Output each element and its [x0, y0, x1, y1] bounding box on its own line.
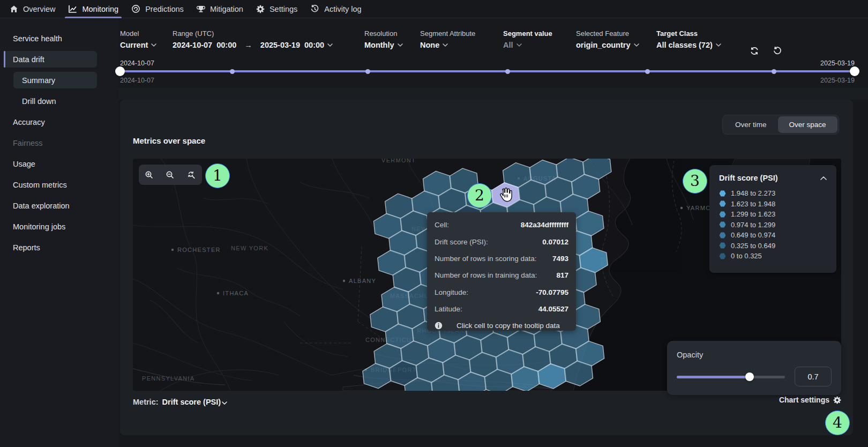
tooltip-row: Longitude:-70.07795 — [435, 284, 568, 301]
opacity-slider[interactable] — [677, 372, 785, 381]
sidebar-item-accuracy[interactable]: Accuracy — [0, 114, 119, 130]
sidebar-item-fairness[interactable]: Fairness — [0, 135, 119, 151]
filter-label: Segment Attribute — [420, 29, 475, 38]
legend-title: Drift score (PSI) — [719, 174, 778, 182]
timeline-range-end: 2025-03-19 — [820, 59, 855, 67]
filter-target-class: Target Class All classes (72) — [656, 29, 721, 49]
tab-over-space[interactable]: Over space — [778, 116, 837, 133]
nav-item-predictions[interactable]: Predictions — [125, 0, 190, 18]
zoom-in-button[interactable] — [141, 167, 158, 183]
legend-item: 0 to 0.325 — [719, 251, 827, 262]
reset-button[interactable] — [770, 43, 785, 58]
model-select[interactable]: Current — [120, 41, 156, 49]
map-toolbar — [139, 165, 202, 185]
zoom-reset-button[interactable] — [183, 167, 199, 183]
refresh-button[interactable] — [747, 43, 762, 58]
chart-settings-button[interactable]: Chart settings — [779, 396, 841, 404]
sidebar-item-summary[interactable]: Summary — [13, 72, 97, 88]
zoom-out-icon — [166, 170, 175, 180]
map-legend: Drift score (PSI) 1.948 to 2.2731.623 to… — [709, 165, 836, 273]
sidebar-item-label: Data drift — [13, 55, 44, 64]
timeline-tick — [365, 69, 370, 74]
tooltip-row-value: 842a34dffffffff — [521, 221, 568, 229]
opacity-value-box[interactable]: 0.7 — [795, 367, 832, 386]
sidebar-item-label: Service health — [13, 34, 62, 43]
tooltip-row: Drift score (PSI):0.07012 — [435, 233, 568, 250]
nav-label: Settings — [270, 5, 297, 13]
tab-over-time[interactable]: Over time — [724, 116, 778, 133]
timeline-handle-end[interactable] — [850, 66, 859, 76]
tooltip-row: Cell:842a34dffffffff — [435, 217, 568, 233]
sidebar-item-label: Reports — [13, 243, 40, 252]
segment-attribute-select[interactable]: None — [420, 41, 475, 49]
legend-swatch-hex-icon — [719, 253, 726, 259]
tooltip-row: Number of rows in training data:817 — [435, 267, 568, 284]
legend-swatch-hex-icon — [719, 242, 726, 249]
chevron-down-icon — [443, 43, 448, 47]
trophy-icon — [197, 5, 205, 13]
nav-label: Monitoring — [82, 5, 118, 13]
legend-item: 0.974 to 1.299 — [719, 220, 827, 230]
tooltip-row-value: -70.07795 — [536, 288, 568, 296]
timeline-tick — [772, 69, 776, 74]
legend-item: 1.299 to 1.623 — [719, 209, 827, 220]
nav-item-settings[interactable]: Settings — [250, 0, 304, 18]
filter-model: Model Current — [120, 29, 156, 49]
chevron-down-icon — [398, 43, 403, 47]
sidebar-item-usage[interactable]: Usage — [0, 155, 119, 172]
legend-swatch-hex-icon — [719, 190, 726, 197]
map-place-label: ALBANY — [349, 278, 376, 284]
target-class-select[interactable]: All classes (72) — [656, 41, 721, 49]
refresh-icon — [750, 47, 759, 55]
tooltip-row-value: 7493 — [552, 255, 568, 263]
home-icon — [10, 5, 18, 13]
map-place-label: ROCHESTER — [177, 247, 221, 253]
tooltip-row-value: 44.05527 — [538, 305, 568, 313]
nav-label: Mitigation — [210, 5, 243, 13]
chart-settings-label: Chart settings — [779, 396, 829, 404]
hand-cursor-icon — [496, 187, 512, 204]
range-select[interactable]: 2024-10-07 00:00 → 2025-03-19 00:00 — [173, 41, 333, 49]
sidebar: Service health Data drift Summary Drill … — [0, 18, 119, 447]
filter-label: Range (UTC) — [173, 29, 333, 38]
annotation-marker-2: 2 — [467, 183, 492, 208]
cell-tooltip: Cell:842a34dffffffffDrift score (PSI):0.… — [427, 212, 576, 331]
content-top-band — [119, 88, 868, 100]
nav-item-mitigation[interactable]: Mitigation — [190, 0, 250, 18]
filter-segment-value: Segment value All — [503, 29, 552, 49]
annotation-marker-4: 4 — [825, 411, 850, 435]
sidebar-item-data-exploration[interactable]: Data exploration — [0, 197, 119, 214]
segment-value-select[interactable]: All — [503, 41, 552, 49]
chevron-up-icon[interactable] — [820, 176, 827, 180]
selected-feature-select[interactable]: origin_country — [576, 41, 639, 49]
sidebar-item-reports[interactable]: Reports — [0, 239, 119, 256]
sidebar-item-drill-down[interactable]: Drill down — [0, 93, 119, 109]
sidebar-item-data-drift[interactable]: Data drift — [4, 51, 97, 68]
legend-item-label: 0.974 to 1.299 — [731, 221, 775, 229]
filter-label: Resolution — [364, 29, 403, 38]
zoom-out-button[interactable] — [162, 167, 178, 183]
legend-item-label: 0 to 0.325 — [731, 252, 762, 260]
metric-select[interactable]: Drift score (PSI) — [162, 398, 228, 406]
nav-item-monitoring[interactable]: Monitoring — [62, 0, 125, 18]
gear-icon — [256, 5, 265, 13]
filter-label: Selected Feature — [576, 29, 639, 38]
zoom-in-icon — [145, 170, 154, 180]
nav-item-activity-log[interactable]: Activity log — [304, 0, 368, 18]
chevron-down-icon — [151, 43, 156, 47]
tooltip-note: Click cell to copy the tooltip data — [457, 322, 560, 330]
timeline-handle-start[interactable] — [115, 66, 125, 76]
nav-item-overview[interactable]: Overview — [0, 0, 62, 18]
legend-item-label: 0.649 to 0.974 — [731, 231, 775, 239]
nav-label: Overview — [23, 5, 55, 13]
opacity-slider-handle[interactable] — [745, 372, 754, 381]
legend-swatch-hex-icon — [719, 211, 726, 218]
sidebar-item-service-health[interactable]: Service health — [0, 30, 119, 47]
opacity-panel: Opacity 0.7 — [667, 341, 841, 395]
legend-swatch-hex-icon — [719, 232, 726, 239]
resolution-select[interactable]: Monthly — [364, 41, 403, 49]
sidebar-item-monitoring-jobs[interactable]: Monitoring jobs — [0, 218, 119, 235]
timeline-selected-end: 2025-03-19 — [820, 77, 855, 84]
sidebar-item-custom-metrics[interactable]: Custom metrics — [0, 176, 119, 193]
legend-swatch-hex-icon — [719, 221, 726, 228]
